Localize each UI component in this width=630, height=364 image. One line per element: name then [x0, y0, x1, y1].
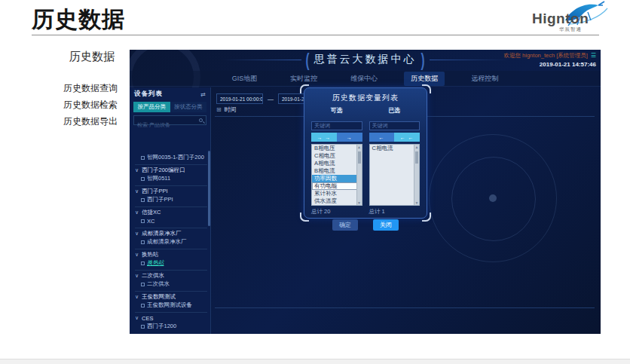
- tree-group[interactable]: ∨信捷XC: [135, 206, 207, 216]
- available-item[interactable]: B相电流: [312, 167, 362, 175]
- modal-panel: 历史数据变量列表 可选 → → → B相电压C相电压A相电流B相电流功率因数有功…: [304, 87, 427, 219]
- tree-item[interactable]: 二次供水: [135, 280, 207, 289]
- move-one-right-button[interactable]: →: [337, 133, 362, 142]
- available-item[interactable]: 功率因数: [312, 175, 362, 182]
- brand-subtitle: 华辰智通: [559, 26, 582, 33]
- modal-columns: 可选 → → → B相电压C相电压A相电流B相电流功率因数有功电能累计补水供水温…: [304, 103, 427, 216]
- available-item[interactable]: C相电压: [312, 152, 362, 160]
- panel-scrollbar[interactable]: [208, 151, 210, 226]
- tag-icon: [141, 198, 145, 202]
- chosen-item[interactable]: C相电流: [370, 145, 420, 152]
- tree-label: 二次供水: [147, 280, 170, 288]
- chevron-down-icon: ∨: [135, 294, 142, 300]
- scroll-down-icon[interactable]: ▼: [414, 200, 419, 205]
- move-all-left-button[interactable]: ← ←: [394, 133, 420, 142]
- device-panel-tabs: 按产品分类按状态分类: [133, 102, 206, 112]
- available-item[interactable]: 累计补水: [312, 190, 362, 197]
- tree-group[interactable]: ∨王俊数网测试: [135, 291, 207, 300]
- available-item[interactable]: B相电压: [312, 145, 362, 152]
- device-search-input[interactable]: [134, 121, 206, 129]
- tree-item[interactable]: 031: [135, 332, 207, 334]
- nav-tab[interactable]: 历史数据: [404, 72, 445, 86]
- available-search-input[interactable]: [311, 121, 362, 130]
- tree-item[interactable]: 智网0511: [135, 174, 207, 183]
- available-item[interactable]: 有功电能: [312, 182, 362, 190]
- device-panel-title: 设备列表: [134, 90, 163, 99]
- tree-group[interactable]: ∨成都清泉净水厂: [135, 228, 207, 237]
- available-item[interactable]: 供水温度: [312, 197, 362, 205]
- available-label: 可选: [311, 106, 362, 115]
- chevron-down-icon: ∨: [135, 188, 142, 194]
- chosen-scrollbar[interactable]: ▲ ▼: [414, 145, 419, 205]
- tag-icon: [141, 240, 145, 244]
- nav-tab[interactable]: 实时监控: [283, 72, 324, 86]
- tree-group[interactable]: ∨二次供水: [135, 270, 207, 279]
- tag-icon: [141, 156, 145, 160]
- date-from-input[interactable]: 2019-01-21 00:00:00: [216, 93, 263, 104]
- chosen-search-input[interactable]: [369, 121, 421, 130]
- menu-icon[interactable]: ☰: [591, 52, 596, 59]
- sidebar-link[interactable]: 历史数据检索: [63, 96, 118, 113]
- available-listbox: B相电压C相电压A相电流B相电流功率因数有功电能累计补水供水温度 ▲ ▼: [311, 144, 362, 206]
- welcome-text: 欢迎您 hignton_tech [系统管理员]☰: [504, 52, 596, 60]
- available-column: 可选 → → → B相电压C相电压A相电流B相电流功率因数有功电能累计补水供水温…: [311, 106, 362, 216]
- tree-item[interactable]: XC: [135, 216, 207, 225]
- move-one-left-button[interactable]: ←: [369, 133, 395, 142]
- tag-icon: [141, 304, 145, 307]
- bracket-right-icon: ): [421, 50, 425, 70]
- close-button[interactable]: 关闭: [373, 219, 399, 231]
- device-panel-tab[interactable]: 按产品分类: [133, 102, 170, 112]
- tree-item[interactable]: 西门子1200: [135, 322, 207, 331]
- move-all-right-button[interactable]: → →: [311, 133, 337, 142]
- bracket-left-icon: (: [306, 50, 310, 70]
- nav-tab[interactable]: 维保中心: [344, 72, 384, 86]
- sidebar-link[interactable]: 历史数据导出: [63, 113, 118, 130]
- tree-group[interactable]: ∨CES: [135, 312, 207, 321]
- slide-sidebar-list: 历史数据查询历史数据检索历史数据导出: [63, 80, 118, 130]
- modal-title: 历史数据变量列表: [304, 93, 427, 103]
- tree-item[interactable]: 王俊数网测试设备: [135, 301, 207, 310]
- tree-label: 王俊数网测试设备: [147, 301, 192, 309]
- device-panel-tab[interactable]: 按状态分类: [170, 102, 207, 112]
- page-title: 历史数据: [32, 5, 125, 35]
- chevron-down-icon: ∨: [135, 315, 142, 321]
- welcome-label: 欢迎您 hignton_tech [系统管理员]: [504, 52, 588, 59]
- search-icon[interactable]: [199, 118, 203, 122]
- table-header-time: ⊞ 时间: [216, 106, 237, 114]
- scroll-down-icon[interactable]: ▼: [357, 200, 362, 205]
- tree-label: 西门子200编程口: [142, 167, 185, 174]
- nav-tab[interactable]: 远程控制: [464, 72, 505, 86]
- collapse-icon[interactable]: ⇄: [200, 91, 206, 98]
- tree-item[interactable]: 成都清泉净水厂: [135, 237, 207, 246]
- tree-group[interactable]: ∨西门子200编程口: [135, 164, 207, 173]
- page: 历史数据 Hignton 华辰智通 历史数据 历史数据查询历史数据检索历史数据导…: [0, 0, 630, 364]
- app-title: 思普云大数据中心: [314, 53, 417, 66]
- tag-icon: [141, 262, 145, 265]
- scroll-thumb[interactable]: [415, 151, 418, 164]
- device-panel: 设备列表 ⇄ 按产品分类按状态分类 智网0035-1-西门子200∨西门子200…: [130, 87, 211, 334]
- tree-group[interactable]: ∨换热站: [135, 249, 207, 258]
- tree-label: 二次供水: [142, 272, 164, 280]
- scroll-up-icon[interactable]: ▲: [414, 145, 419, 149]
- tree-item[interactable]: 西门子PPI: [135, 195, 207, 204]
- tree-label: 031: [147, 333, 157, 335]
- tree-label: 换热站: [142, 251, 159, 258]
- app-header: ( 思普云大数据中心 ) 欢迎您 hignton_tech [系统管理员]☰ 2…: [130, 50, 601, 71]
- modal-footer: 确定 关闭: [304, 219, 427, 231]
- available-item[interactable]: A相电流: [312, 160, 362, 167]
- tree-item[interactable]: 换热站: [135, 258, 207, 268]
- sidebar-heading: 历史数据: [69, 50, 115, 64]
- available-scrollbar[interactable]: ▲ ▼: [356, 145, 362, 205]
- tree-group[interactable]: ∨西门子PPI: [135, 185, 207, 194]
- scroll-up-icon[interactable]: ▲: [357, 145, 362, 149]
- sidebar-link[interactable]: 历史数据查询: [63, 80, 118, 96]
- tag-icon: [141, 219, 145, 223]
- scroll-thumb[interactable]: [358, 151, 361, 164]
- tree-item[interactable]: 智网0035-1-西门子200: [135, 153, 207, 162]
- user-area: 欢迎您 hignton_tech [系统管理员]☰ 2019-01-21 14:…: [504, 52, 596, 68]
- nav-tab[interactable]: GIS地图: [225, 72, 265, 86]
- tree-label: 成都清泉净水厂: [142, 230, 182, 237]
- available-total: 总计 20: [311, 208, 362, 216]
- chevron-down-icon: ∨: [135, 210, 142, 216]
- confirm-button[interactable]: 确定: [332, 219, 358, 231]
